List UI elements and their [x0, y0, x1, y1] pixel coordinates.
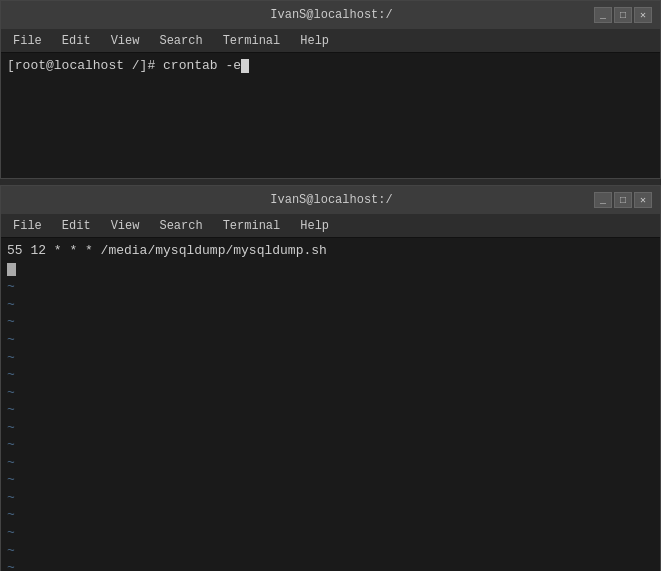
tilde-10: ~	[7, 401, 654, 419]
maximize-btn-2[interactable]: □	[614, 192, 632, 208]
tilde-6: ~	[7, 331, 654, 349]
menu-file-2[interactable]: File	[5, 217, 50, 235]
menu-view-1[interactable]: View	[103, 32, 148, 50]
terminal-line-1: [root@localhost /]# crontab -e	[7, 57, 654, 75]
menu-edit-1[interactable]: Edit	[54, 32, 99, 50]
tilde-15: ~	[7, 489, 654, 507]
minimize-btn-1[interactable]: _	[594, 7, 612, 23]
cursor-2	[7, 263, 16, 276]
menu-bar-2: File Edit View Search Terminal Help	[1, 214, 660, 238]
tilde-18: ~	[7, 542, 654, 560]
tilde-13: ~	[7, 454, 654, 472]
tilde-4: ~	[7, 296, 654, 314]
menu-terminal-1[interactable]: Terminal	[215, 32, 289, 50]
tilde-5: ~	[7, 313, 654, 331]
tilde-17: ~	[7, 524, 654, 542]
maximize-btn-1[interactable]: □	[614, 7, 632, 23]
title-bar-1: IvanS@localhost:/ _ □ ✕	[1, 1, 660, 29]
window-controls-2: _ □ ✕	[594, 192, 652, 208]
menu-view-2[interactable]: View	[103, 217, 148, 235]
close-btn-2[interactable]: ✕	[634, 192, 652, 208]
tilde-19: ~	[7, 559, 654, 571]
tilde-8: ~	[7, 366, 654, 384]
terminal-content-2[interactable]: 55 12 * * * /media/mysqldump/mysqldump.s…	[1, 238, 660, 571]
tilde-7: ~	[7, 349, 654, 367]
menu-help-1[interactable]: Help	[292, 32, 337, 50]
tilde-11: ~	[7, 419, 654, 437]
editor-line-1: 55 12 * * * /media/mysqldump/mysqldump.s…	[7, 242, 654, 260]
tilde-9: ~	[7, 384, 654, 402]
menu-edit-2[interactable]: Edit	[54, 217, 99, 235]
window-title-2: IvanS@localhost:/	[69, 193, 594, 207]
window-controls-1: _ □ ✕	[594, 7, 652, 23]
menu-terminal-2[interactable]: Terminal	[215, 217, 289, 235]
minimize-btn-2[interactable]: _	[594, 192, 612, 208]
tilde-14: ~	[7, 471, 654, 489]
window-title-1: IvanS@localhost:/	[69, 8, 594, 22]
terminal-content-1[interactable]: [root@localhost /]# crontab -e	[1, 53, 660, 178]
menu-search-1[interactable]: Search	[151, 32, 210, 50]
terminal-window-1: IvanS@localhost:/ _ □ ✕ File Edit View S…	[0, 0, 661, 179]
tilde-16: ~	[7, 506, 654, 524]
menu-help-2[interactable]: Help	[292, 217, 337, 235]
menu-file-1[interactable]: File	[5, 32, 50, 50]
cursor-1	[241, 59, 249, 73]
title-bar-2: IvanS@localhost:/ _ □ ✕	[1, 186, 660, 214]
tilde-12: ~	[7, 436, 654, 454]
editor-cursor-line	[7, 260, 654, 278]
terminal-window-2: IvanS@localhost:/ _ □ ✕ File Edit View S…	[0, 185, 661, 571]
menu-bar-1: File Edit View Search Terminal Help	[1, 29, 660, 53]
tilde-3: ~	[7, 278, 654, 296]
menu-search-2[interactable]: Search	[151, 217, 210, 235]
close-btn-1[interactable]: ✕	[634, 7, 652, 23]
